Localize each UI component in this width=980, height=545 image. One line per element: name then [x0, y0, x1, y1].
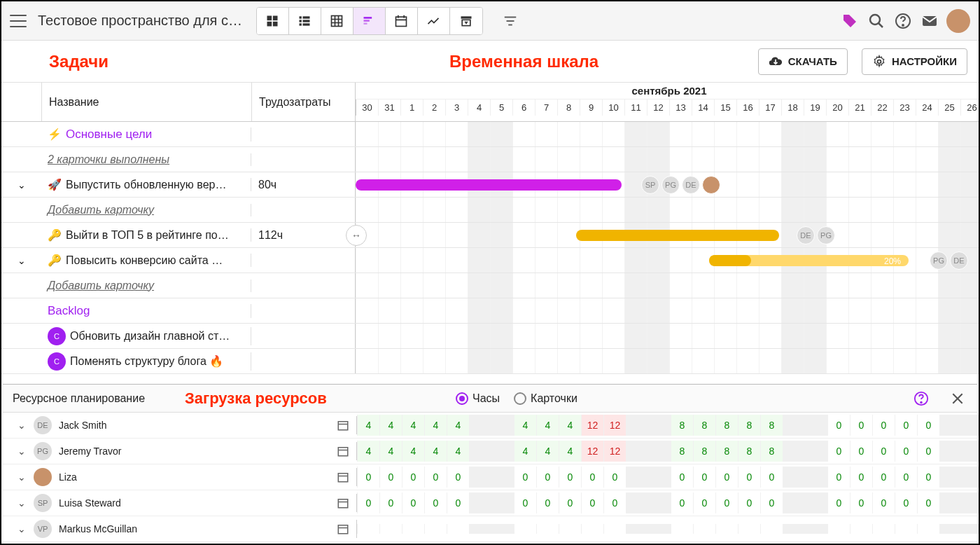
- workspace-title[interactable]: Тестовое пространство для с…: [38, 13, 242, 29]
- svg-rect-18: [396, 17, 407, 26]
- resource-cell: [895, 524, 917, 534]
- chevron-down-icon[interactable]: ⌄: [17, 420, 27, 431]
- assignee-badge[interactable]: PG: [662, 176, 680, 194]
- svg-point-35: [920, 401, 922, 403]
- task-row[interactable]: ⌄🚀Выпустить обновленную вер…80ч SP PG DE: [1, 172, 979, 198]
- resource-row[interactable]: ⌄ Liza 00000000000000000000: [3, 464, 977, 490]
- view-chart-icon[interactable]: [418, 8, 450, 34]
- calendar-day: 26: [960, 99, 980, 116]
- task-group-row[interactable]: Backlog: [1, 298, 979, 324]
- task-group-row[interactable]: ⚡Основные цели: [1, 122, 979, 147]
- group-title: Основные цели: [66, 127, 152, 142]
- resource-cell: [805, 524, 827, 534]
- radio-cards[interactable]: Карточки: [514, 392, 578, 405]
- section-header: Задачи Временная шкала СКАЧАТЬ НАСТРОЙКИ: [1, 41, 979, 83]
- view-list-icon[interactable]: [289, 8, 321, 34]
- resource-cell: [783, 467, 805, 488]
- calendar-day: 13: [669, 99, 692, 116]
- menu-icon[interactable]: [10, 15, 27, 27]
- resource-cell: [738, 524, 760, 534]
- view-calendar-icon[interactable]: [386, 8, 418, 34]
- column-effort[interactable]: Трудозатраты: [252, 83, 356, 121]
- svg-rect-9: [303, 23, 310, 25]
- svg-rect-17: [364, 22, 368, 25]
- resource-cell: 0: [760, 492, 783, 513]
- drag-handle-icon[interactable]: ↔: [346, 225, 367, 246]
- filter-icon[interactable]: [497, 8, 524, 34]
- resource-name: Jeremy Travor: [59, 446, 121, 457]
- assignee-badge[interactable]: SP: [641, 176, 659, 194]
- download-button[interactable]: СКАЧАТЬ: [758, 48, 848, 75]
- help-icon[interactable]: [911, 389, 931, 408]
- resource-cell: [626, 524, 648, 534]
- chevron-down-icon[interactable]: ⌄: [17, 523, 27, 534]
- resource-cell: 4: [357, 415, 379, 436]
- gantt-bar[interactable]: [576, 230, 779, 241]
- radio-hours[interactable]: Часы: [456, 392, 500, 405]
- add-card-row[interactable]: Добавить карточку: [1, 198, 979, 223]
- resource-cell: 0: [872, 415, 895, 436]
- calendar-day: 24: [916, 99, 938, 116]
- assignee-badge[interactable]: [702, 176, 720, 194]
- chevron-down-icon[interactable]: ⌄: [17, 446, 27, 457]
- calendar-icon[interactable]: [337, 523, 349, 535]
- help-icon[interactable]: [893, 11, 913, 31]
- view-archive-icon[interactable]: [450, 8, 482, 34]
- grid-header: Название Трудозатраты сентябрь 2021 3031…: [1, 83, 979, 122]
- mail-icon[interactable]: [920, 11, 939, 31]
- calendar-day: 30: [356, 99, 378, 116]
- column-name[interactable]: Название: [42, 83, 252, 121]
- key-icon: 🔑: [48, 228, 62, 242]
- resource-load-label: Загрузка ресурсов: [185, 389, 327, 408]
- assignee-badges[interactable]: DE PG: [797, 226, 835, 244]
- svg-rect-4: [300, 16, 302, 18]
- assignee-badges[interactable]: SP PG DE: [641, 176, 720, 194]
- resource-cell: 0: [917, 492, 939, 513]
- calendar-icon[interactable]: [337, 497, 349, 509]
- add-card-row[interactable]: Добавить карточку: [1, 273, 979, 298]
- close-icon[interactable]: [948, 389, 967, 408]
- assignee-badge[interactable]: DE: [797, 226, 815, 244]
- resource-cell: [962, 441, 980, 462]
- tag-icon[interactable]: [840, 11, 860, 31]
- assignee-badge[interactable]: DE: [682, 176, 700, 194]
- calendar-day: 11: [624, 99, 647, 116]
- resource-cell: [491, 492, 514, 513]
- task-effort: 80ч: [251, 179, 355, 191]
- add-card-link[interactable]: Добавить карточку: [48, 204, 154, 216]
- user-avatar[interactable]: [946, 9, 970, 33]
- resource-cell: [603, 524, 626, 534]
- gantt-bar[interactable]: [356, 179, 622, 191]
- calendar-icon[interactable]: [337, 471, 349, 483]
- resource-cell: [962, 492, 980, 513]
- calendar-day: 7: [535, 99, 557, 116]
- svg-rect-26: [508, 24, 512, 25]
- search-icon[interactable]: [867, 11, 886, 31]
- resource-title: Ресурсное планирование: [13, 392, 145, 405]
- resource-row[interactable]: ⌄ PG Jeremy Travor 444444441212888880000…: [3, 439, 977, 464]
- task-row[interactable]: ⌄🔑Повысить конверсию сайта … 20% PG DE: [1, 248, 979, 273]
- task-row[interactable]: CОбновить дизайн главной ст…: [1, 324, 979, 349]
- resource-cell: [491, 415, 514, 436]
- assignee-badge[interactable]: PG: [817, 226, 835, 244]
- resource-cell: 0: [559, 467, 581, 488]
- chevron-down-icon[interactable]: ⌄: [17, 471, 27, 483]
- calendar-icon[interactable]: [337, 445, 349, 457]
- gantt-bar-progress[interactable]: [709, 255, 751, 266]
- chevron-down-icon[interactable]: ⌄: [1, 179, 42, 191]
- task-row[interactable]: 🔑Выйти в ТОП 5 в рейтинге по…112ч DE PG …: [1, 223, 979, 248]
- calendar-icon[interactable]: [337, 419, 349, 432]
- resource-row[interactable]: ⌄ VP Markus McGuillan: [3, 516, 977, 542]
- view-gantt-icon[interactable]: [354, 8, 386, 34]
- resource-row[interactable]: ⌄ DE Jack Smith 4444444412128888800000: [3, 413, 977, 439]
- add-card-link[interactable]: Добавить карточку: [48, 280, 154, 292]
- view-board-icon[interactable]: [257, 8, 289, 34]
- settings-button[interactable]: НАСТРОЙКИ: [862, 48, 967, 75]
- resource-cell: 8: [693, 441, 715, 462]
- chevron-down-icon[interactable]: ⌄: [17, 497, 27, 509]
- view-grid-icon[interactable]: [321, 8, 354, 34]
- completed-row[interactable]: 2 карточки выполнены: [1, 147, 979, 172]
- resource-row[interactable]: ⌄ SP Luisa Steward 00000000000000000000: [3, 490, 977, 516]
- chevron-down-icon[interactable]: ⌄: [1, 255, 42, 266]
- task-row[interactable]: CПоменять структуру блога 🔥: [1, 349, 979, 374]
